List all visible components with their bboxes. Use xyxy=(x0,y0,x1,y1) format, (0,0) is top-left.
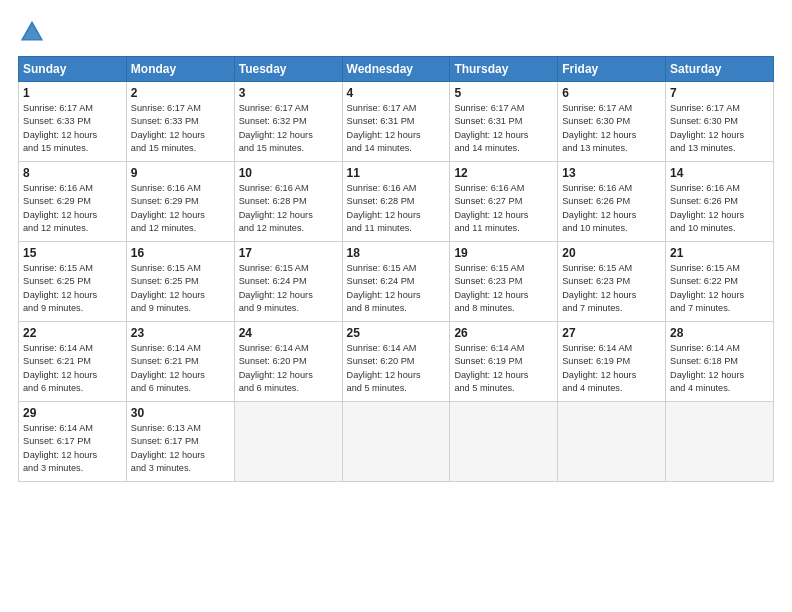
cell-line: Sunset: 6:25 PM xyxy=(23,275,122,288)
cell-line: Sunset: 6:33 PM xyxy=(23,115,122,128)
week-row-4: 29Sunrise: 6:14 AMSunset: 6:17 PMDayligh… xyxy=(19,402,774,482)
cell-line: Daylight: 12 hours xyxy=(131,449,230,462)
cell-line: Daylight: 12 hours xyxy=(23,209,122,222)
cell-line: and 14 minutes. xyxy=(347,142,446,155)
calendar-cell: 5Sunrise: 6:17 AMSunset: 6:31 PMDaylight… xyxy=(450,82,558,162)
cell-line: Sunset: 6:21 PM xyxy=(23,355,122,368)
cell-content: Sunrise: 6:14 AMSunset: 6:20 PMDaylight:… xyxy=(239,342,338,395)
cell-line: and 13 minutes. xyxy=(562,142,661,155)
cell-line: Daylight: 12 hours xyxy=(670,209,769,222)
calendar-cell: 30Sunrise: 6:13 AMSunset: 6:17 PMDayligh… xyxy=(126,402,234,482)
cell-line: Sunset: 6:28 PM xyxy=(239,195,338,208)
cell-content: Sunrise: 6:14 AMSunset: 6:19 PMDaylight:… xyxy=(562,342,661,395)
cell-line: Daylight: 12 hours xyxy=(239,209,338,222)
cell-line: Daylight: 12 hours xyxy=(131,129,230,142)
calendar-cell: 27Sunrise: 6:14 AMSunset: 6:19 PMDayligh… xyxy=(558,322,666,402)
cell-line: Sunrise: 6:17 AM xyxy=(562,102,661,115)
cell-content: Sunrise: 6:14 AMSunset: 6:21 PMDaylight:… xyxy=(23,342,122,395)
cell-content: Sunrise: 6:15 AMSunset: 6:24 PMDaylight:… xyxy=(239,262,338,315)
calendar-cell: 9Sunrise: 6:16 AMSunset: 6:29 PMDaylight… xyxy=(126,162,234,242)
cell-line: Sunrise: 6:16 AM xyxy=(562,182,661,195)
cell-line: and 15 minutes. xyxy=(131,142,230,155)
cell-line: Daylight: 12 hours xyxy=(131,369,230,382)
calendar-cell: 24Sunrise: 6:14 AMSunset: 6:20 PMDayligh… xyxy=(234,322,342,402)
calendar-cell: 16Sunrise: 6:15 AMSunset: 6:25 PMDayligh… xyxy=(126,242,234,322)
cell-content: Sunrise: 6:15 AMSunset: 6:25 PMDaylight:… xyxy=(23,262,122,315)
cell-content: Sunrise: 6:16 AMSunset: 6:28 PMDaylight:… xyxy=(347,182,446,235)
cell-content: Sunrise: 6:17 AMSunset: 6:31 PMDaylight:… xyxy=(454,102,553,155)
cell-content: Sunrise: 6:14 AMSunset: 6:21 PMDaylight:… xyxy=(131,342,230,395)
day-number: 10 xyxy=(239,166,338,180)
calendar-cell: 21Sunrise: 6:15 AMSunset: 6:22 PMDayligh… xyxy=(666,242,774,322)
cell-line: Sunrise: 6:15 AM xyxy=(239,262,338,275)
cell-line: Sunrise: 6:14 AM xyxy=(239,342,338,355)
cell-line: Sunrise: 6:15 AM xyxy=(347,262,446,275)
cell-line: and 9 minutes. xyxy=(239,302,338,315)
cell-line: Daylight: 12 hours xyxy=(454,289,553,302)
cell-content: Sunrise: 6:14 AMSunset: 6:20 PMDaylight:… xyxy=(347,342,446,395)
cell-line: Sunset: 6:19 PM xyxy=(562,355,661,368)
cell-content: Sunrise: 6:14 AMSunset: 6:19 PMDaylight:… xyxy=(454,342,553,395)
cell-content: Sunrise: 6:17 AMSunset: 6:33 PMDaylight:… xyxy=(131,102,230,155)
calendar-header-row: SundayMondayTuesdayWednesdayThursdayFrid… xyxy=(19,57,774,82)
cell-line: Daylight: 12 hours xyxy=(670,129,769,142)
cell-line: and 11 minutes. xyxy=(347,222,446,235)
cell-line: and 4 minutes. xyxy=(670,382,769,395)
cell-line: and 14 minutes. xyxy=(454,142,553,155)
day-number: 5 xyxy=(454,86,553,100)
cell-line: Daylight: 12 hours xyxy=(670,289,769,302)
calendar-table: SundayMondayTuesdayWednesdayThursdayFrid… xyxy=(18,56,774,482)
cell-line: Sunset: 6:22 PM xyxy=(670,275,769,288)
cell-line: Sunrise: 6:14 AM xyxy=(23,422,122,435)
calendar-cell: 20Sunrise: 6:15 AMSunset: 6:23 PMDayligh… xyxy=(558,242,666,322)
calendar-cell: 19Sunrise: 6:15 AMSunset: 6:23 PMDayligh… xyxy=(450,242,558,322)
day-number: 8 xyxy=(23,166,122,180)
calendar-cell: 13Sunrise: 6:16 AMSunset: 6:26 PMDayligh… xyxy=(558,162,666,242)
cell-line: Sunrise: 6:16 AM xyxy=(23,182,122,195)
cell-line: Sunrise: 6:16 AM xyxy=(131,182,230,195)
cell-line: Sunset: 6:27 PM xyxy=(454,195,553,208)
cell-line: and 9 minutes. xyxy=(131,302,230,315)
cell-line: Sunrise: 6:15 AM xyxy=(562,262,661,275)
cell-line: Daylight: 12 hours xyxy=(454,129,553,142)
day-number: 14 xyxy=(670,166,769,180)
cell-content: Sunrise: 6:14 AMSunset: 6:17 PMDaylight:… xyxy=(23,422,122,475)
cell-line: Daylight: 12 hours xyxy=(239,369,338,382)
cell-line: and 9 minutes. xyxy=(23,302,122,315)
cell-line: and 13 minutes. xyxy=(670,142,769,155)
logo xyxy=(18,18,48,46)
cell-line: and 3 minutes. xyxy=(23,462,122,475)
cell-line: Sunrise: 6:17 AM xyxy=(131,102,230,115)
cell-line: Sunset: 6:23 PM xyxy=(454,275,553,288)
cell-content: Sunrise: 6:16 AMSunset: 6:29 PMDaylight:… xyxy=(131,182,230,235)
cell-content: Sunrise: 6:16 AMSunset: 6:26 PMDaylight:… xyxy=(670,182,769,235)
day-number: 3 xyxy=(239,86,338,100)
calendar-cell xyxy=(342,402,450,482)
cell-line: and 6 minutes. xyxy=(131,382,230,395)
cell-line: Sunset: 6:17 PM xyxy=(23,435,122,448)
day-number: 30 xyxy=(131,406,230,420)
header-saturday: Saturday xyxy=(666,57,774,82)
day-number: 23 xyxy=(131,326,230,340)
cell-line: Sunrise: 6:15 AM xyxy=(131,262,230,275)
header-thursday: Thursday xyxy=(450,57,558,82)
day-number: 18 xyxy=(347,246,446,260)
cell-line: Daylight: 12 hours xyxy=(23,369,122,382)
cell-line: and 15 minutes. xyxy=(23,142,122,155)
cell-line: Sunset: 6:29 PM xyxy=(131,195,230,208)
calendar-cell: 25Sunrise: 6:14 AMSunset: 6:20 PMDayligh… xyxy=(342,322,450,402)
cell-content: Sunrise: 6:16 AMSunset: 6:29 PMDaylight:… xyxy=(23,182,122,235)
day-number: 11 xyxy=(347,166,446,180)
day-number: 26 xyxy=(454,326,553,340)
calendar-cell: 12Sunrise: 6:16 AMSunset: 6:27 PMDayligh… xyxy=(450,162,558,242)
cell-line: Sunset: 6:29 PM xyxy=(23,195,122,208)
cell-line: Sunrise: 6:14 AM xyxy=(131,342,230,355)
cell-line: and 12 minutes. xyxy=(239,222,338,235)
cell-line: Sunset: 6:32 PM xyxy=(239,115,338,128)
cell-content: Sunrise: 6:16 AMSunset: 6:27 PMDaylight:… xyxy=(454,182,553,235)
cell-line: Daylight: 12 hours xyxy=(562,209,661,222)
week-row-2: 15Sunrise: 6:15 AMSunset: 6:25 PMDayligh… xyxy=(19,242,774,322)
cell-line: Daylight: 12 hours xyxy=(562,129,661,142)
cell-line: Sunrise: 6:15 AM xyxy=(23,262,122,275)
calendar-cell: 6Sunrise: 6:17 AMSunset: 6:30 PMDaylight… xyxy=(558,82,666,162)
